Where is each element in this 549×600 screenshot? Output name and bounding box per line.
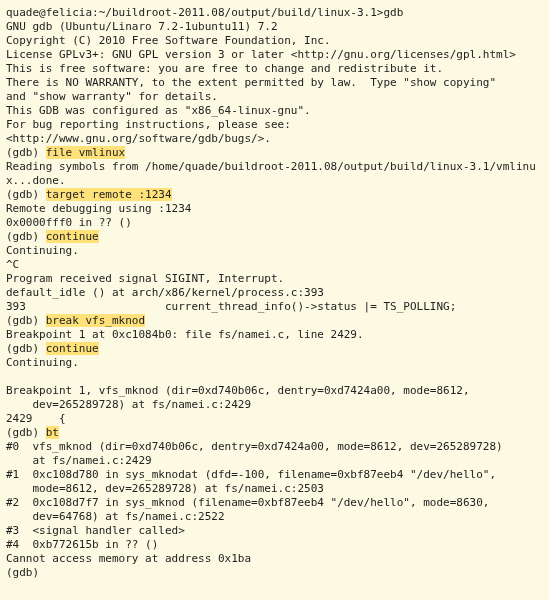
terminal-text: #4 0xb772615b in ?? () bbox=[6, 538, 158, 551]
terminal-line: dev=64768) at fs/namei.c:2522 bbox=[6, 510, 545, 524]
terminal-text: Continuing. bbox=[6, 244, 79, 257]
terminal-line: mode=8612, dev=265289728) at fs/namei.c:… bbox=[6, 482, 545, 496]
terminal-text: 0x0000fff0 in ?? () bbox=[6, 216, 132, 229]
terminal-line: #3 <signal handler called> bbox=[6, 524, 545, 538]
terminal-text: (gdb) bbox=[6, 314, 46, 327]
terminal-line: Cannot access memory at address 0x1ba bbox=[6, 552, 545, 566]
terminal-text bbox=[6, 370, 13, 383]
terminal-line: (gdb) file vmlinux bbox=[6, 146, 545, 160]
terminal-line bbox=[6, 370, 545, 384]
terminal-line: ^C bbox=[6, 258, 545, 272]
terminal-line: (gdb) target remote :1234 bbox=[6, 188, 545, 202]
terminal-text: There is NO WARRANTY, to the extent perm… bbox=[6, 76, 496, 89]
terminal-line: This is free software: you are free to c… bbox=[6, 62, 545, 76]
terminal-text: #3 <signal handler called> bbox=[6, 524, 185, 537]
terminal-line: There is NO WARRANTY, to the extent perm… bbox=[6, 76, 545, 90]
terminal-text: #2 0xc108d7f7 in sys_mknod (filename=0xb… bbox=[6, 496, 489, 509]
terminal-text: 393 current_thread_info()->status |= TS_… bbox=[6, 300, 456, 313]
terminal-text: Breakpoint 1, vfs_mknod (dir=0xd740b06c,… bbox=[6, 384, 470, 397]
terminal-text: default_idle () at arch/x86/kernel/proce… bbox=[6, 286, 324, 299]
terminal-output[interactable]: quade@felicia:~/buildroot-2011.08/output… bbox=[0, 0, 549, 584]
terminal-text: (gdb) bbox=[6, 426, 46, 439]
highlighted-command: bt bbox=[46, 426, 59, 439]
highlighted-command: break vfs_mknod bbox=[46, 314, 145, 327]
terminal-text: GNU gdb (Ubuntu/Linaro 7.2-1ubuntu11) 7.… bbox=[6, 20, 278, 33]
terminal-line: default_idle () at arch/x86/kernel/proce… bbox=[6, 286, 545, 300]
terminal-line: 0x0000fff0 in ?? () bbox=[6, 216, 545, 230]
terminal-line: (gdb) bbox=[6, 566, 545, 580]
highlighted-command: target remote :1234 bbox=[46, 188, 172, 201]
terminal-line: (gdb) bt bbox=[6, 426, 545, 440]
terminal-text: This is free software: you are free to c… bbox=[6, 62, 443, 75]
terminal-line: quade@felicia:~/buildroot-2011.08/output… bbox=[6, 6, 545, 20]
terminal-line: Breakpoint 1 at 0xc1084b0: file fs/namei… bbox=[6, 328, 545, 342]
terminal-line: For bug reporting instructions, please s… bbox=[6, 118, 545, 132]
terminal-text: This GDB was configured as "x86_64-linux… bbox=[6, 104, 311, 117]
terminal-text: Continuing. bbox=[6, 356, 79, 369]
terminal-text: (gdb) bbox=[6, 188, 46, 201]
terminal-text: at fs/namei.c:2429 bbox=[6, 454, 152, 467]
terminal-line: #0 vfs_mknod (dir=0xd740b06c, dentry=0xd… bbox=[6, 440, 545, 454]
terminal-line: 2429 { bbox=[6, 412, 545, 426]
terminal-line: #1 0xc108d780 in sys_mknodat (dfd=-100, … bbox=[6, 468, 545, 482]
terminal-text: mode=8612, dev=265289728) at fs/namei.c:… bbox=[6, 482, 324, 495]
terminal-text: For bug reporting instructions, please s… bbox=[6, 118, 291, 131]
terminal-text: Breakpoint 1 at 0xc1084b0: file fs/namei… bbox=[6, 328, 364, 341]
terminal-text: #1 0xc108d780 in sys_mknodat (dfd=-100, … bbox=[6, 468, 496, 481]
terminal-text: (gdb) bbox=[6, 146, 46, 159]
terminal-line: #2 0xc108d7f7 in sys_mknod (filename=0xb… bbox=[6, 496, 545, 510]
terminal-text: 2429 { bbox=[6, 412, 66, 425]
highlighted-command: continue bbox=[46, 342, 99, 355]
terminal-line: Program received signal SIGINT, Interrup… bbox=[6, 272, 545, 286]
terminal-line: <http://www.gnu.org/software/gdb/bugs/>. bbox=[6, 132, 545, 146]
terminal-line: 393 current_thread_info()->status |= TS_… bbox=[6, 300, 545, 314]
terminal-line: Reading symbols from /home/quade/buildro… bbox=[6, 160, 545, 188]
terminal-line: at fs/namei.c:2429 bbox=[6, 454, 545, 468]
terminal-text: <http://www.gnu.org/software/gdb/bugs/>. bbox=[6, 132, 271, 145]
terminal-text: and "show warranty" for details. bbox=[6, 90, 218, 103]
highlighted-command: continue bbox=[46, 230, 99, 243]
terminal-text: (gdb) bbox=[6, 342, 46, 355]
terminal-line: dev=265289728) at fs/namei.c:2429 bbox=[6, 398, 545, 412]
terminal-line: Copyright (C) 2010 Free Software Foundat… bbox=[6, 34, 545, 48]
terminal-line: Continuing. bbox=[6, 244, 545, 258]
terminal-line: and "show warranty" for details. bbox=[6, 90, 545, 104]
terminal-text: Cannot access memory at address 0x1ba bbox=[6, 552, 251, 565]
terminal-text: dev=64768) at fs/namei.c:2522 bbox=[6, 510, 225, 523]
terminal-text: (gdb) bbox=[6, 566, 39, 579]
terminal-text: ^C bbox=[6, 258, 19, 271]
terminal-text: quade@felicia:~/buildroot-2011.08/output… bbox=[6, 6, 403, 19]
terminal-text: Remote debugging using :1234 bbox=[6, 202, 191, 215]
terminal-line: (gdb) break vfs_mknod bbox=[6, 314, 545, 328]
terminal-text: (gdb) bbox=[6, 230, 46, 243]
terminal-text: Copyright (C) 2010 Free Software Foundat… bbox=[6, 34, 331, 47]
terminal-line: #4 0xb772615b in ?? () bbox=[6, 538, 545, 552]
terminal-line: This GDB was configured as "x86_64-linux… bbox=[6, 104, 545, 118]
terminal-line: License GPLv3+: GNU GPL version 3 or lat… bbox=[6, 48, 545, 62]
terminal-text: Reading symbols from /home/quade/buildro… bbox=[6, 160, 536, 187]
terminal-text: #0 vfs_mknod (dir=0xd740b06c, dentry=0xd… bbox=[6, 440, 503, 453]
terminal-line: (gdb) continue bbox=[6, 342, 545, 356]
terminal-line: Remote debugging using :1234 bbox=[6, 202, 545, 216]
terminal-text: dev=265289728) at fs/namei.c:2429 bbox=[6, 398, 251, 411]
terminal-line: Continuing. bbox=[6, 356, 545, 370]
terminal-text: Program received signal SIGINT, Interrup… bbox=[6, 272, 284, 285]
terminal-line: GNU gdb (Ubuntu/Linaro 7.2-1ubuntu11) 7.… bbox=[6, 20, 545, 34]
highlighted-command: file vmlinux bbox=[46, 146, 125, 159]
terminal-line: Breakpoint 1, vfs_mknod (dir=0xd740b06c,… bbox=[6, 384, 545, 398]
terminal-text: License GPLv3+: GNU GPL version 3 or lat… bbox=[6, 48, 516, 61]
terminal-line: (gdb) continue bbox=[6, 230, 545, 244]
